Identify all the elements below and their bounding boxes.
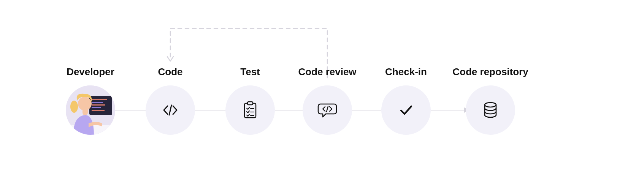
- svg-rect-13: [247, 102, 253, 105]
- connector-5: [431, 110, 465, 110]
- svg-point-10: [70, 101, 78, 113]
- step-node-developer: [66, 85, 115, 135]
- clipboard-check-icon: [242, 101, 258, 119]
- step-node-checkin: [381, 85, 431, 135]
- step-label-repository: Code repository: [452, 66, 528, 78]
- code-review-bubble-icon: [317, 102, 337, 118]
- connector-3: [275, 110, 303, 110]
- svg-rect-6: [92, 110, 105, 111]
- checkmark-icon: [398, 103, 414, 118]
- svg-line-17: [327, 106, 328, 112]
- step-node-test: [225, 85, 275, 135]
- pipeline-diagram: Developer Code Test Code review Check-in…: [0, 0, 644, 194]
- database-icon: [483, 102, 498, 118]
- code-icon: [162, 101, 179, 119]
- step-label-code: Code: [158, 66, 183, 78]
- svg-line-11: [169, 105, 171, 115]
- svg-rect-2: [92, 99, 107, 100]
- connector-1: [115, 110, 146, 110]
- step-label-review: Code review: [298, 66, 356, 78]
- connector-4: [352, 110, 381, 110]
- svg-point-9: [78, 97, 92, 110]
- connector-2: [195, 110, 225, 110]
- svg-rect-5: [92, 107, 101, 108]
- svg-rect-4: [92, 104, 105, 106]
- svg-point-18: [485, 103, 496, 107]
- step-label-developer: Developer: [67, 66, 114, 78]
- step-label-checkin: Check-in: [385, 66, 427, 78]
- step-node-review: [303, 85, 352, 135]
- svg-rect-3: [92, 102, 103, 103]
- step-node-repository: [466, 85, 515, 135]
- developer-avatar: [66, 85, 115, 135]
- step-node-code: [146, 85, 195, 135]
- step-label-test: Test: [240, 66, 260, 78]
